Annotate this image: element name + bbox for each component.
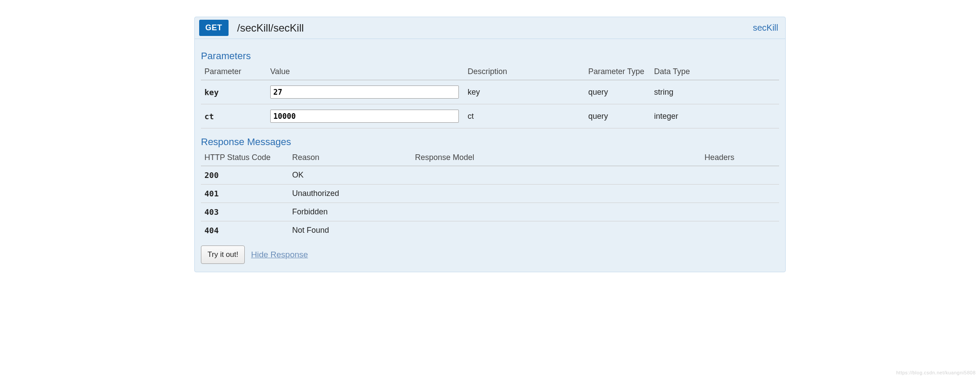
action-row: Try it out! Hide Response xyxy=(201,245,779,264)
table-row: key key query string xyxy=(201,80,779,104)
param-data-type: integer xyxy=(651,104,779,128)
response-model xyxy=(411,221,701,240)
param-value-cell xyxy=(267,80,464,104)
response-headers xyxy=(701,203,779,221)
response-headers xyxy=(701,166,779,185)
response-status-code: 403 xyxy=(201,203,289,221)
operation-header[interactable]: GET /secKill/secKill secKill xyxy=(195,17,785,39)
parameters-col-parameter: Parameter xyxy=(201,64,267,80)
param-name: ct xyxy=(201,104,267,128)
response-headers xyxy=(701,185,779,203)
response-reason: Not Found xyxy=(289,221,411,240)
response-status-code: 401 xyxy=(201,185,289,203)
responses-col-headers: Headers xyxy=(701,150,779,166)
param-description: key xyxy=(464,80,585,104)
response-model xyxy=(411,203,701,221)
responses-col-model: Response Model xyxy=(411,150,701,166)
response-status-code: 404 xyxy=(201,221,289,240)
table-row: 404 Not Found xyxy=(201,221,779,240)
param-name: key xyxy=(201,80,267,104)
responses-col-reason: Reason xyxy=(289,150,411,166)
operation-panel: GET /secKill/secKill secKill Parameters … xyxy=(194,17,786,272)
operation-content: Parameters Parameter Value Description P… xyxy=(195,39,785,272)
param-value-cell xyxy=(267,104,464,128)
response-reason: OK xyxy=(289,166,411,185)
param-value-input-key[interactable] xyxy=(270,85,459,99)
parameters-col-datatype: Data Type xyxy=(651,64,779,80)
parameters-col-description: Description xyxy=(464,64,585,80)
try-it-out-button[interactable]: Try it out! xyxy=(201,245,245,264)
table-row: ct ct query integer xyxy=(201,104,779,128)
param-description: ct xyxy=(464,104,585,128)
response-status-code: 200 xyxy=(201,166,289,185)
response-model xyxy=(411,166,701,185)
param-type: query xyxy=(585,80,651,104)
responses-section-title: Response Messages xyxy=(201,136,779,148)
parameters-col-value: Value xyxy=(267,64,464,80)
param-type: query xyxy=(585,104,651,128)
hide-response-link[interactable]: Hide Response xyxy=(251,250,308,260)
responses-table: HTTP Status Code Reason Response Model H… xyxy=(201,150,779,239)
response-model xyxy=(411,185,701,203)
response-headers xyxy=(701,221,779,240)
operation-path: /secKill/secKill xyxy=(237,22,753,34)
response-reason: Unauthorized xyxy=(289,185,411,203)
param-value-input-ct[interactable] xyxy=(270,110,459,123)
parameters-col-paramtype: Parameter Type xyxy=(585,64,651,80)
table-row: 401 Unauthorized xyxy=(201,185,779,203)
parameters-section-title: Parameters xyxy=(201,50,779,62)
parameters-table: Parameter Value Description Parameter Ty… xyxy=(201,64,779,128)
responses-col-status: HTTP Status Code xyxy=(201,150,289,166)
response-reason: Forbidden xyxy=(289,203,411,221)
http-method-badge: GET xyxy=(199,20,229,36)
operation-tag-link[interactable]: secKill xyxy=(753,23,778,33)
param-data-type: string xyxy=(651,80,779,104)
table-row: 403 Forbidden xyxy=(201,203,779,221)
table-row: 200 OK xyxy=(201,166,779,185)
